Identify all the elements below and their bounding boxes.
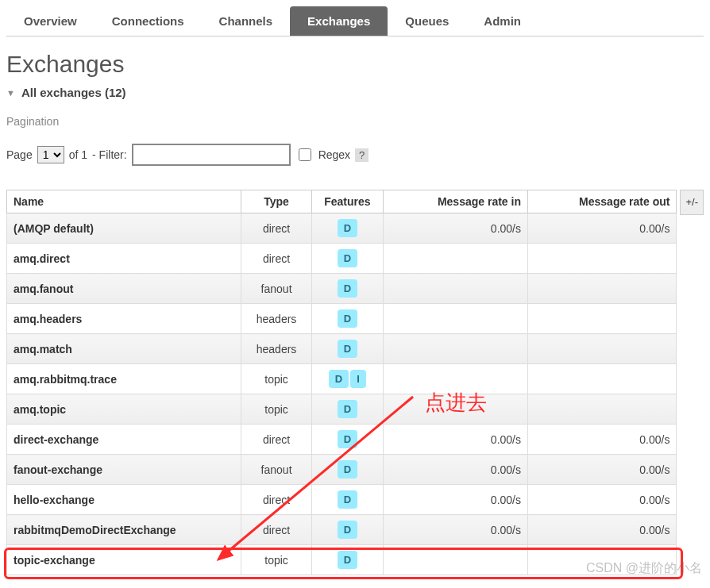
table-row: amq.rabbitmq.tracetopicDI xyxy=(7,364,677,394)
cell-type: direct xyxy=(241,213,311,244)
main-tabs: Overview Connections Channels Exchanges … xyxy=(6,6,704,37)
exchange-link[interactable]: amq.direct xyxy=(14,252,70,265)
regex-checkbox[interactable] xyxy=(299,148,311,161)
cell-features: D xyxy=(311,213,383,244)
cell-type: topic xyxy=(241,545,311,575)
cell-rate-out: 0.00/s xyxy=(527,213,676,244)
cell-name: amq.topic xyxy=(7,394,241,425)
cell-rate-out xyxy=(527,244,676,274)
cell-type: fanout xyxy=(241,455,311,485)
col-type[interactable]: Type xyxy=(241,190,311,213)
page-of-label: of 1 xyxy=(69,148,87,161)
col-name[interactable]: Name xyxy=(7,190,241,213)
watermark: CSDN @进阶的小名 xyxy=(586,560,702,577)
pagination-heading: Pagination xyxy=(6,115,704,128)
cell-type: topic xyxy=(241,364,311,394)
cell-rate-out xyxy=(527,274,676,304)
feature-badge: D xyxy=(338,430,357,448)
feature-badge: D xyxy=(338,309,357,328)
cell-features: D xyxy=(311,485,383,515)
cell-rate-out xyxy=(527,334,676,364)
cell-rate-in: 0.00/s xyxy=(384,425,528,455)
regex-help-icon[interactable]: ? xyxy=(355,148,369,162)
table-row: amq.matchheadersD xyxy=(7,334,677,364)
cell-rate-in: 0.00/s xyxy=(384,213,528,244)
tab-channels[interactable]: Channels xyxy=(202,6,291,36)
tab-exchanges[interactable]: Exchanges xyxy=(290,6,388,36)
feature-badge: D xyxy=(338,340,357,358)
cell-rate-out xyxy=(527,394,676,425)
cell-name: amq.direct xyxy=(7,244,241,274)
tab-overview[interactable]: Overview xyxy=(6,6,95,36)
cell-features: D xyxy=(311,515,383,545)
cell-features: D xyxy=(311,394,383,425)
exchange-link[interactable]: amq.headers xyxy=(14,313,82,325)
cell-rate-out: 0.00/s xyxy=(527,455,676,485)
cell-rate-in: 0.00/s xyxy=(384,485,528,515)
table-row: fanout-exchangefanoutD0.00/s0.00/s xyxy=(7,455,677,485)
cell-features: D xyxy=(311,425,383,455)
exchange-link[interactable]: amq.fanout xyxy=(14,282,73,295)
cell-features: D xyxy=(311,334,383,364)
cell-name: topic-exchange xyxy=(7,545,241,575)
col-rate-out[interactable]: Message rate out xyxy=(527,190,676,213)
cell-rate-in xyxy=(384,364,528,394)
col-features[interactable]: Features xyxy=(311,190,383,213)
filter-input[interactable] xyxy=(132,144,291,166)
cell-rate-in xyxy=(384,274,528,304)
regex-label: Regex xyxy=(318,148,350,161)
filter-label: - Filter: xyxy=(92,148,127,161)
exchange-link[interactable]: topic-exchange xyxy=(14,554,95,567)
feature-badge: D xyxy=(338,219,357,237)
page-label: Page xyxy=(6,148,33,161)
page-title: Exchanges xyxy=(6,51,704,78)
cell-name: fanout-exchange xyxy=(7,455,241,485)
tab-queues[interactable]: Queues xyxy=(388,6,466,36)
add-remove-columns-button[interactable]: +/- xyxy=(680,190,704,215)
cell-name: direct-exchange xyxy=(7,425,241,455)
exchange-link[interactable]: amq.rabbitmq.trace xyxy=(14,373,117,386)
cell-type: topic xyxy=(241,394,311,425)
feature-badge: D xyxy=(338,490,357,509)
cell-rate-in xyxy=(384,545,528,575)
exchange-link[interactable]: hello-exchange xyxy=(14,494,95,506)
exchange-link[interactable]: rabbitmqDemoDirectExchange xyxy=(14,524,176,536)
exchange-link[interactable]: amq.topic xyxy=(14,403,66,416)
col-rate-in[interactable]: Message rate in xyxy=(384,190,528,213)
cell-name: (AMQP default) xyxy=(7,213,241,244)
cell-type: direct xyxy=(241,515,311,545)
cell-rate-out: 0.00/s xyxy=(527,425,676,455)
cell-features: D xyxy=(311,455,383,485)
table-row: topic-exchangetopicD xyxy=(7,545,677,575)
table-row: hello-exchangedirectD0.00/s0.00/s xyxy=(7,485,677,515)
exchange-link[interactable]: direct-exchange xyxy=(14,433,98,446)
exchange-link[interactable]: amq.match xyxy=(14,343,72,355)
cell-rate-out: 0.00/s xyxy=(527,515,676,545)
table-row: amq.fanoutfanoutD xyxy=(7,274,677,304)
table-row: rabbitmqDemoDirectExchangedirectD0.00/s0… xyxy=(7,515,677,545)
feature-badge: D xyxy=(338,521,357,539)
section-all-exchanges[interactable]: ▼ All exchanges (12) xyxy=(6,86,704,99)
cell-name: amq.match xyxy=(7,334,241,364)
cell-rate-out xyxy=(527,364,676,394)
cell-type: fanout xyxy=(241,274,311,304)
exchange-name: (AMQP default) xyxy=(14,222,94,235)
feature-badge: D xyxy=(338,279,357,298)
cell-features: D xyxy=(311,545,383,575)
cell-features: D xyxy=(311,274,383,304)
table-row: (AMQP default)directD0.00/s0.00/s xyxy=(7,213,677,244)
feature-badge: D xyxy=(338,400,357,418)
feature-badge: D xyxy=(338,249,357,267)
cell-name: rabbitmqDemoDirectExchange xyxy=(7,515,241,545)
cell-rate-in: 0.00/s xyxy=(384,515,528,545)
table-row: amq.directdirectD xyxy=(7,244,677,274)
page-select[interactable]: 1 xyxy=(37,146,64,163)
tab-connections[interactable]: Connections xyxy=(95,6,202,36)
cell-rate-in: 0.00/s xyxy=(384,455,528,485)
table-row: amq.topictopicD xyxy=(7,394,677,425)
cell-rate-in xyxy=(384,394,528,425)
cell-features: DI xyxy=(311,364,383,394)
exchange-link[interactable]: fanout-exchange xyxy=(14,463,102,476)
tab-admin[interactable]: Admin xyxy=(466,6,538,36)
disclosure-triangle-icon: ▼ xyxy=(6,88,15,98)
